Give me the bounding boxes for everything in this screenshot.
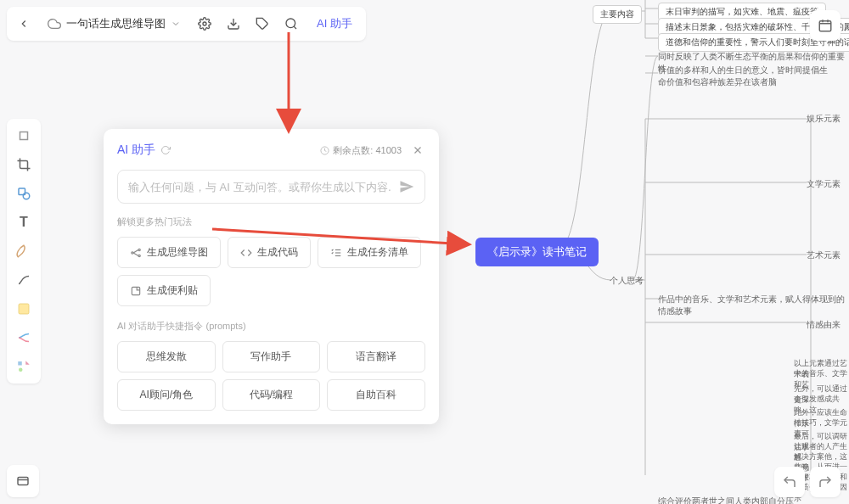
ai-assistant-button[interactable]: AI 助手 — [306, 11, 363, 36]
points-remaining: 剩余点数: 41003 — [320, 144, 402, 157]
svg-rect-5 — [20, 132, 28, 140]
back-button[interactable] — [10, 10, 37, 37]
branch-icon — [16, 330, 31, 345]
ai-input-row — [117, 170, 425, 204]
undo-button[interactable] — [774, 467, 805, 497]
cloud-icon — [48, 17, 61, 31]
search-icon — [284, 17, 298, 31]
prompt-advisor[interactable]: AI顾问/角色 — [117, 379, 216, 411]
settings-button[interactable] — [191, 10, 218, 37]
action-generate-tasklist[interactable]: 生成任务清单 — [318, 237, 421, 268]
action-generate-code[interactable]: 生成代码 — [228, 237, 311, 268]
history-controls — [774, 467, 841, 497]
shape-icon — [16, 186, 31, 201]
send-button[interactable] — [399, 179, 414, 194]
ai-prompt-input[interactable] — [128, 181, 392, 193]
prompt-translate[interactable]: 语言翻译 — [327, 341, 425, 372]
close-icon — [412, 144, 424, 156]
tool-select[interactable] — [10, 122, 37, 149]
svg-point-19 — [138, 255, 140, 256]
svg-point-7 — [23, 193, 30, 199]
document-title-chip[interactable]: 一句话生成思维导图 — [39, 11, 189, 36]
layers-icon — [15, 473, 31, 489]
close-button[interactable] — [410, 143, 425, 158]
prompt-writing[interactable]: 写作助手 — [222, 341, 321, 372]
annotation-arrow-1 — [272, 32, 306, 134]
prompt-wiki[interactable]: 自助百科 — [327, 379, 425, 411]
mindmap-node[interactable]: 价值的多样和人的生日的意义，皆时间提倡生命价值和包容种族差异在该者脑 — [658, 64, 828, 88]
frame-icon — [16, 128, 31, 143]
svg-point-18 — [138, 249, 140, 250]
undo-icon — [782, 474, 797, 490]
mindmap-node[interactable]: 作品中的音乐、文学和艺术元素，赋人得体现到的情感故事 — [658, 294, 849, 317]
svg-rect-30 — [819, 21, 831, 31]
mindmap-icon — [130, 247, 142, 259]
connector-icon — [16, 272, 31, 288]
svg-line-21 — [133, 253, 138, 256]
svg-point-11 — [19, 368, 23, 372]
prompt-coding[interactable]: 代码/编程 — [222, 379, 321, 411]
more-shapes-icon — [16, 359, 31, 374]
mindmap-branch-label[interactable]: 个人思考 — [610, 275, 644, 287]
calendar-icon — [818, 18, 833, 33]
text-icon: T — [20, 215, 28, 230]
svg-rect-8 — [19, 304, 29, 314]
redo-icon — [818, 474, 833, 490]
export-button[interactable] — [220, 10, 247, 37]
tool-shape[interactable] — [10, 180, 37, 207]
ai-panel-title: AI 助手 — [117, 143, 171, 158]
clock-icon — [320, 146, 329, 155]
sticky-note-icon — [16, 301, 31, 316]
mindmap-branch-label[interactable]: 主要内容 — [593, 5, 642, 24]
send-icon — [399, 179, 414, 194]
section-label-prompts: AI 对话助手快捷指令 (prompts) — [117, 320, 425, 333]
tool-more[interactable] — [10, 353, 37, 380]
mindmap-node[interactable]: 文学元素 — [807, 178, 841, 190]
tool-connector[interactable] — [10, 266, 37, 294]
left-toolbar: T — [7, 119, 41, 384]
mindmap-node[interactable]: 娱乐元素 — [807, 113, 841, 125]
svg-point-17 — [132, 251, 133, 253]
prompt-brainstorm[interactable]: 思维发散 — [117, 341, 216, 372]
sticky-icon — [130, 285, 142, 297]
checklist-icon — [330, 247, 342, 259]
refresh-icon[interactable] — [160, 145, 171, 155]
mindmap-node[interactable]: 情感由来 — [807, 319, 841, 331]
mindmap-node[interactable]: 综合评价两者世之间人类内部自分压 — [658, 496, 794, 504]
svg-point-3 — [286, 19, 295, 28]
chevron-down-icon — [171, 19, 181, 29]
mindmap-root-node[interactable]: 《启示录》读书笔记 — [475, 238, 599, 266]
svg-marker-10 — [25, 361, 30, 365]
tool-pen[interactable] — [10, 238, 37, 265]
top-toolbar: 一句话生成思维导图 AI 助手 — [7, 7, 366, 41]
redo-button[interactable] — [810, 467, 841, 497]
export-icon — [227, 17, 240, 31]
svg-rect-12 — [18, 478, 28, 485]
tag-icon — [256, 17, 269, 31]
svg-rect-25 — [132, 287, 139, 294]
code-icon — [240, 247, 252, 259]
section-label-actions: 解锁更多热门玩法 — [117, 216, 425, 228]
tool-mindmap[interactable] — [10, 324, 37, 351]
pen-icon — [16, 244, 31, 259]
layers-button[interactable] — [7, 465, 39, 497]
search-button[interactable] — [278, 10, 305, 37]
tool-note[interactable] — [10, 295, 37, 322]
mindmap-node[interactable]: 艺术元素 — [807, 249, 841, 261]
action-generate-mindmap[interactable]: 生成思维导图 — [117, 237, 221, 268]
crop-icon — [16, 157, 31, 172]
calendar-button[interactable] — [810, 10, 841, 41]
document-title: 一句话生成思维导图 — [66, 16, 166, 31]
svg-point-0 — [203, 22, 206, 25]
tool-crop[interactable] — [10, 151, 37, 178]
gear-icon — [198, 17, 211, 31]
svg-line-20 — [133, 249, 138, 253]
action-generate-sticky[interactable]: 生成便利贴 — [117, 275, 211, 306]
svg-line-4 — [294, 26, 296, 29]
svg-rect-9 — [18, 361, 22, 366]
ai-assistant-panel: AI 助手 剩余点数: 41003 解锁更多热门玩法 生成思维导图 生成代码 — [104, 129, 439, 424]
tag-button[interactable] — [249, 10, 276, 37]
tool-text[interactable]: T — [10, 209, 37, 236]
